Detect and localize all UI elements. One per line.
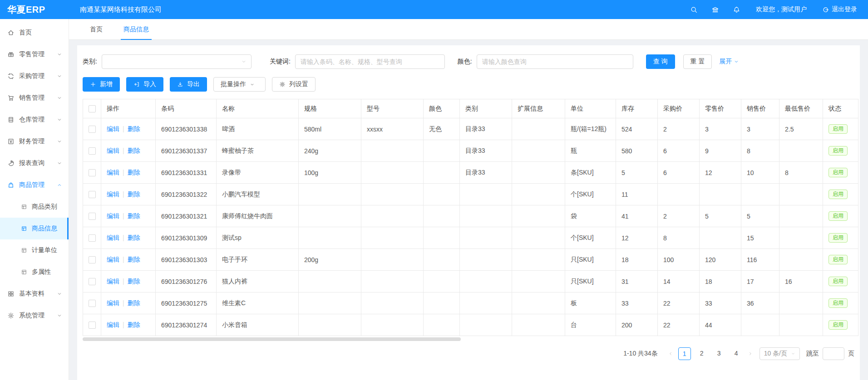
row-checkbox[interactable] xyxy=(89,213,96,220)
sidebar-item-goods-unit[interactable]: 计量单位 xyxy=(0,239,69,261)
cell-spec: 100g xyxy=(299,162,361,184)
bell-icon[interactable] xyxy=(733,6,740,14)
finance-icon xyxy=(7,138,15,145)
sidebar-item-goods-category[interactable]: 商品类别 xyxy=(0,196,69,218)
delete-link[interactable]: 删除 xyxy=(128,299,140,307)
sidebar-item-label: 仓库管理 xyxy=(19,116,44,124)
edit-link[interactable]: 编辑 xyxy=(107,212,119,219)
sidebar-item-reports[interactable]: 报表查询 xyxy=(0,152,69,174)
column-settings-button[interactable]: 列设置 xyxy=(272,77,316,92)
page-button-1[interactable]: 1 xyxy=(678,347,691,360)
sidebar-item-warehouse[interactable]: 仓库管理 xyxy=(0,109,69,131)
search-icon[interactable] xyxy=(690,6,698,14)
edit-link[interactable]: 编辑 xyxy=(107,169,119,176)
sidebar-item-goods-info[interactable]: 商品信息 xyxy=(0,218,69,239)
delete-link[interactable]: 删除 xyxy=(128,256,140,263)
expand-link[interactable]: 展开 xyxy=(719,58,739,66)
cell-select xyxy=(83,271,101,292)
delete-link[interactable]: 删除 xyxy=(128,169,140,176)
delete-link[interactable]: 删除 xyxy=(128,125,140,132)
pagination-summary: 1-10 共34条 xyxy=(623,350,657,358)
delete-link[interactable]: 删除 xyxy=(128,234,140,241)
logout-button[interactable]: 退出登录 xyxy=(822,5,857,14)
cell-sale: 8 xyxy=(741,140,779,162)
status-badge[interactable]: 启用 xyxy=(829,124,848,134)
row-checkbox[interactable] xyxy=(89,256,96,263)
status-badge[interactable]: 启用 xyxy=(829,255,848,264)
row-checkbox[interactable] xyxy=(89,322,96,329)
keyword-input[interactable] xyxy=(295,54,445,69)
sidebar-item-retail[interactable]: 零售管理 xyxy=(0,44,69,65)
jump-page-input[interactable] xyxy=(823,347,844,360)
sidebar-item-sales[interactable]: 销售管理 xyxy=(0,87,69,109)
reset-button[interactable]: 重 置 xyxy=(683,54,712,69)
bank-icon[interactable] xyxy=(711,6,719,14)
cell-color: 无色 xyxy=(424,118,460,140)
cell-retail: 18 xyxy=(700,271,741,292)
cell-color xyxy=(424,205,460,227)
import-button[interactable]: 导入 xyxy=(126,77,163,92)
status-badge[interactable]: 启用 xyxy=(829,320,848,330)
delete-link[interactable]: 删除 xyxy=(128,147,140,154)
add-button[interactable]: 新增 xyxy=(83,77,120,92)
status-badge[interactable]: 启用 xyxy=(829,211,848,221)
status-badge[interactable]: 启用 xyxy=(829,168,848,177)
edit-link[interactable]: 编辑 xyxy=(107,321,119,328)
sidebar-item-finance[interactable]: 财务管理 xyxy=(0,131,69,152)
status-badge[interactable]: 启用 xyxy=(829,277,848,286)
status-badge[interactable]: 启用 xyxy=(829,190,848,199)
tab-goods-info[interactable]: 商品信息 xyxy=(121,19,152,39)
edit-link[interactable]: 编辑 xyxy=(107,256,119,263)
sidebar-item-home[interactable]: 首页 xyxy=(0,22,69,44)
row-checkbox[interactable] xyxy=(89,300,96,307)
search-button[interactable]: 查 询 xyxy=(646,54,675,69)
delete-link[interactable]: 删除 xyxy=(128,190,140,198)
pie-icon xyxy=(7,160,15,167)
page-button-3[interactable]: 3 xyxy=(713,347,725,360)
table-row: 编辑|删除6901236301322小鹏汽车模型个[SKU]11启用 xyxy=(83,184,858,205)
sidebar-item-goods-attrs[interactable]: 多属性 xyxy=(0,261,69,283)
status-badge[interactable]: 启用 xyxy=(829,298,848,308)
sidebar-item-basic[interactable]: 基本资料 xyxy=(0,283,69,305)
sidebar-item-goods[interactable]: 商品管理 xyxy=(0,174,69,196)
row-checkbox[interactable] xyxy=(89,278,96,285)
edit-link[interactable]: 编辑 xyxy=(107,125,119,132)
plus-icon xyxy=(90,81,96,88)
edit-link[interactable]: 编辑 xyxy=(107,190,119,198)
edit-link[interactable]: 编辑 xyxy=(107,234,119,241)
delete-link[interactable]: 删除 xyxy=(128,278,140,285)
edit-link[interactable]: 编辑 xyxy=(107,278,119,285)
color-label: 颜色: xyxy=(458,58,472,66)
row-checkbox[interactable] xyxy=(89,234,96,242)
cell-sale xyxy=(741,184,779,205)
export-button[interactable]: 导出 xyxy=(170,77,207,92)
row-checkbox[interactable] xyxy=(89,169,96,176)
next-page-icon[interactable] xyxy=(748,351,753,356)
page-size-select[interactable]: 10 条/页 xyxy=(760,347,800,360)
tab-home[interactable]: 首页 xyxy=(87,19,105,39)
edit-link[interactable]: 编辑 xyxy=(107,299,119,307)
row-checkbox[interactable] xyxy=(89,191,96,198)
color-input[interactable] xyxy=(477,54,633,69)
status-badge[interactable]: 启用 xyxy=(829,233,848,243)
category-select[interactable] xyxy=(102,54,252,69)
delete-link[interactable]: 删除 xyxy=(128,321,140,328)
page-button-2[interactable]: 2 xyxy=(695,347,708,360)
page-button-4[interactable]: 4 xyxy=(730,347,743,360)
action-separator: | xyxy=(123,321,124,328)
status-badge[interactable]: 启用 xyxy=(829,146,848,156)
sidebar-item-purchase[interactable]: 采购管理 xyxy=(0,65,69,87)
cell-color xyxy=(424,271,460,292)
sidebar-item-system[interactable]: 系统管理 xyxy=(0,305,69,326)
horizontal-scrollbar[interactable] xyxy=(83,337,461,341)
cell-status: 启用 xyxy=(823,249,858,271)
cell-retail: 44 xyxy=(700,314,741,336)
cell-unit: 板 xyxy=(565,292,616,314)
prev-page-icon[interactable] xyxy=(668,351,673,356)
batch-actions-button[interactable]: 批量操作 xyxy=(213,77,266,92)
delete-link[interactable]: 删除 xyxy=(128,212,140,219)
select-all-checkbox[interactable] xyxy=(89,105,96,112)
row-checkbox[interactable] xyxy=(89,126,96,133)
edit-link[interactable]: 编辑 xyxy=(107,147,119,154)
row-checkbox[interactable] xyxy=(89,147,96,155)
